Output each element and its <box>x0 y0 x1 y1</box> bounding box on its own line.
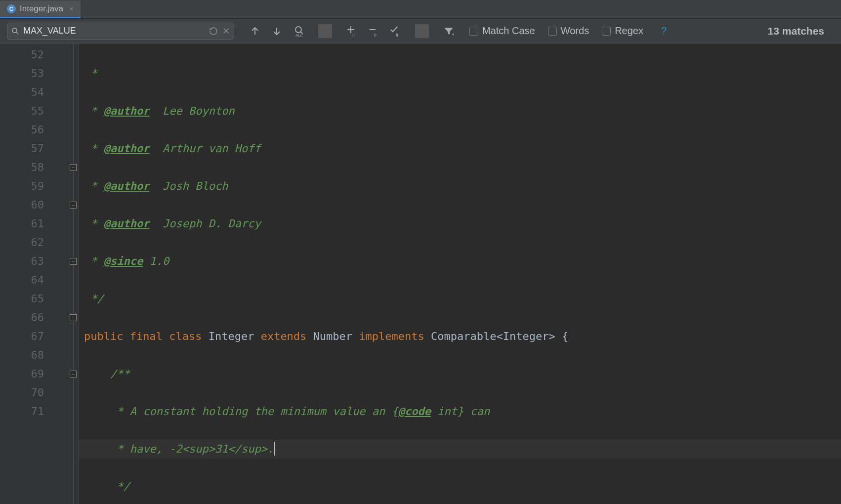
line-number: 62 <box>0 233 79 252</box>
line-number: 64 <box>0 271 79 290</box>
tab-bar: C Integer.java × <box>0 0 841 19</box>
line-number: 71 <box>0 402 79 421</box>
text-cursor <box>274 442 275 456</box>
current-line: * have, -2<sup>31</sup>. <box>79 440 841 459</box>
fold-up-icon[interactable]: – <box>70 164 77 171</box>
clear-find-icon[interactable]: ✕ <box>222 26 230 37</box>
gutter: 52 53 54 55 56 57 58– 59 60– 61 62 63– 6… <box>0 43 79 504</box>
prev-match-icon[interactable] <box>248 24 262 38</box>
line-number: 58– <box>0 158 79 177</box>
fold-down-icon[interactable]: – <box>70 314 77 321</box>
line-number: 68 <box>0 346 79 365</box>
line-number: 63– <box>0 252 79 271</box>
editor: 52 53 54 55 56 57 58– 59 60– 61 62 63– 6… <box>0 43 841 504</box>
next-match-icon[interactable] <box>270 24 284 38</box>
match-count: 13 matches <box>768 25 824 37</box>
line-number: 55 <box>0 102 79 121</box>
find-input-container: ✕ <box>7 23 234 40</box>
class-file-icon: C <box>7 4 16 13</box>
svg-line-1 <box>16 32 18 34</box>
line-number: 60– <box>0 196 79 214</box>
line-number: 66– <box>0 308 79 327</box>
line-number: 52 <box>0 45 79 64</box>
line-number: 69– <box>0 365 79 383</box>
line-number: 61 <box>0 214 79 233</box>
separator <box>415 24 429 38</box>
svg-text:ALL: ALL <box>295 33 303 37</box>
match-case-checkbox[interactable]: Match Case <box>469 25 535 37</box>
line-number: 53 <box>0 64 79 83</box>
tab-filename: Integer.java <box>20 4 63 14</box>
svg-rect-8 <box>370 29 376 30</box>
line-number: 54 <box>0 83 79 102</box>
fold-down-icon[interactable]: – <box>70 202 77 209</box>
find-input[interactable] <box>23 26 205 36</box>
find-options: Match Case Words Regex ? <box>469 25 667 37</box>
add-selection-icon[interactable]: II <box>345 24 359 38</box>
line-number: 65 <box>0 290 79 308</box>
svg-text:II: II <box>396 33 398 38</box>
select-all-icon[interactable]: ALL <box>292 24 305 38</box>
svg-point-0 <box>12 28 17 33</box>
separator <box>318 24 332 38</box>
remove-selection-icon[interactable]: II <box>367 24 380 38</box>
fold-up-icon[interactable]: – <box>70 258 77 265</box>
history-icon[interactable] <box>209 26 218 36</box>
line-number: 70 <box>0 383 79 402</box>
fold-up-icon[interactable]: – <box>70 371 77 378</box>
close-tab-icon[interactable]: × <box>69 4 74 13</box>
find-nav-buttons: ALL II II II <box>248 24 456 38</box>
code-area[interactable]: * * @author Lee Boynton * @author Arthur… <box>79 43 841 504</box>
svg-marker-11 <box>452 34 454 36</box>
svg-text:II: II <box>374 33 377 38</box>
words-checkbox[interactable]: Words <box>548 25 589 37</box>
line-number: 57 <box>0 139 79 158</box>
regex-checkbox[interactable]: Regex <box>602 25 643 37</box>
line-number: 59 <box>0 177 79 196</box>
svg-text:II: II <box>352 33 355 38</box>
help-icon[interactable]: ? <box>661 25 667 37</box>
find-bar: ✕ ALL II II II Match Case Words Regex ? … <box>0 19 841 43</box>
file-tab[interactable]: C Integer.java × <box>0 0 81 18</box>
select-all-occurrences-icon[interactable]: II <box>388 24 402 38</box>
filter-icon[interactable] <box>442 24 456 38</box>
line-number: 67 <box>0 327 79 346</box>
line-number: 56 <box>0 121 79 139</box>
search-icon[interactable] <box>11 27 19 35</box>
